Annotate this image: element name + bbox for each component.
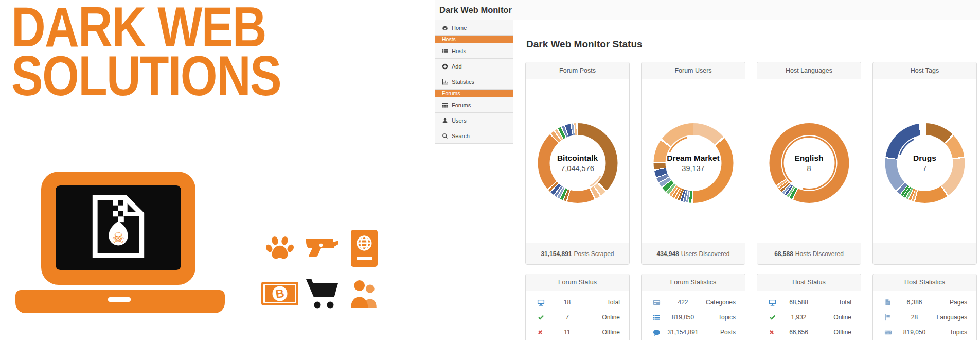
donut-center-text: English8 — [769, 123, 849, 203]
stat-rows: 18Total7Online11Offline — [526, 295, 629, 339]
panel-footer: 31,154,891Posts Scraped — [526, 243, 629, 265]
laptop-notch — [108, 297, 131, 302]
stat-label: Offline — [585, 329, 622, 336]
hero-title: DARK WEB SOLUTIONS — [11, 2, 281, 100]
stat-value: 66,656 — [780, 329, 817, 336]
user-icon — [442, 117, 448, 124]
laptop-screen: ☠ — [56, 185, 181, 270]
stat-label: Online — [585, 314, 622, 321]
stat-row-languages: 28Languages — [880, 310, 970, 325]
laptop-body: ☠ — [41, 172, 195, 285]
check-icon — [764, 314, 780, 321]
stat-label: Offline — [817, 329, 854, 336]
status-panels-row: Forum Status18Total7Online11OfflineForum… — [525, 274, 977, 340]
panel-footer — [873, 243, 976, 265]
list-icon — [442, 48, 448, 54]
sidebar-item-search[interactable]: Search — [435, 128, 513, 144]
stat-row-posts: 31,154,891Posts — [648, 325, 738, 339]
donut-center-value: 39,137 — [682, 164, 704, 173]
sidebar-item-add[interactable]: Add — [435, 59, 513, 74]
donut-chart-area: Bitcointalk7,044,576 — [526, 79, 629, 243]
table-icon — [442, 102, 448, 108]
sidebar-item-statistics[interactable]: Statistics — [435, 74, 513, 90]
panel-footer: 68,588Hosts Discovered — [757, 243, 861, 265]
panel-title: Forum Posts — [526, 62, 629, 79]
stat-label: Pages — [933, 299, 970, 306]
stat-row-categories: 422Categories — [648, 295, 738, 310]
panel-host-tags: Host TagsDrugs7 — [872, 62, 977, 265]
main-content: Dark Web Monitor Status Forum PostsBitco… — [513, 20, 980, 340]
app-header: Dark Web Monitor — [435, 0, 980, 20]
goods-cell — [343, 227, 385, 272]
donut-center-label: Bitcointalk — [557, 154, 598, 163]
goods-cell — [259, 227, 301, 272]
panel-forum-statistics: Forum Statistics422Categories819,050Topi… — [641, 274, 745, 340]
zip-malware-document-icon: ☠ — [92, 195, 145, 261]
sidebar-section-hosts[interactable]: Hosts — [435, 36, 513, 43]
paw-icon — [265, 235, 294, 264]
goods-cell — [301, 272, 343, 317]
monitor-icon — [764, 299, 780, 307]
stat-value: 6,386 — [896, 299, 933, 306]
donut-center-text: Drugs7 — [885, 123, 965, 203]
stat-row-topics: 819,050Topics — [648, 310, 738, 325]
sidebar-section-label: Hosts — [442, 36, 456, 42]
panel-footer: 434,948Users Discovered — [642, 243, 745, 265]
stat-row-total: 18Total — [532, 295, 622, 310]
panel-title: Forum Statistics — [642, 274, 745, 291]
flag-icon — [880, 314, 896, 321]
stat-row-topics: 819,050Topics — [880, 325, 970, 339]
panel-title: Forum Status — [526, 274, 629, 291]
donut-chart-host-languages[interactable]: English8 — [769, 123, 849, 203]
stat-rows: 68,588Total1,932Online66,656Offline — [757, 295, 861, 339]
svg-text:☠: ☠ — [112, 230, 125, 246]
donut-center-value: 8 — [807, 164, 811, 173]
hero-title-line2: SOLUTIONS — [11, 51, 281, 100]
stat-value: 819,050 — [665, 314, 701, 321]
sidebar-item-users[interactable]: Users — [435, 113, 513, 128]
stat-label: Online — [817, 314, 854, 321]
panel-host-status: Host Status68,588Total1,932Online66,656O… — [757, 274, 861, 340]
sidebar-section-forums[interactable]: Forums — [435, 90, 513, 97]
panel-forum-posts: Forum PostsBitcointalk7,044,57631,154,89… — [525, 62, 630, 265]
stat-rows: 6,386Pages28Languages819,050Topics — [873, 295, 976, 339]
stat-label: Categories — [701, 299, 738, 306]
add-icon — [442, 63, 448, 70]
stat-label: Total — [585, 299, 622, 306]
stat-label: Posts — [701, 329, 738, 336]
stat-value: 18 — [549, 299, 585, 306]
page-title: Dark Web Monitor Status — [526, 39, 643, 50]
monitor-icon — [532, 299, 549, 307]
panel-forum-users: Forum UsersDream Market39,137434,948User… — [641, 62, 745, 265]
comment-icon — [648, 329, 665, 336]
cross-icon — [532, 329, 549, 335]
donut-chart-forum-users[interactable]: Dream Market39,137 — [653, 123, 733, 203]
sidebar-item-hosts[interactable]: Hosts — [435, 43, 513, 59]
cross-icon — [764, 329, 780, 335]
stat-label: Topics — [933, 329, 970, 336]
donut-chart-host-tags[interactable]: Drugs7 — [885, 123, 965, 203]
panel-footer-value: 31,154,891 — [541, 250, 572, 258]
stat-value: 422 — [665, 299, 701, 306]
statistics-icon — [442, 79, 448, 85]
stat-row-offline: 66,656Offline — [764, 325, 854, 339]
goods-cell: B — [259, 272, 301, 317]
stat-row-online: 1,932Online — [764, 310, 854, 325]
keyboard-icon — [880, 329, 896, 336]
page: DARK WEB SOLUTIONS ☠ — [0, 0, 980, 340]
donut-chart-area: English8 — [757, 79, 861, 243]
sidebar-item-label: Forums — [452, 102, 471, 108]
sidebar-item-label: Hosts — [452, 48, 466, 54]
sidebar-item-home[interactable]: Home — [435, 20, 513, 36]
donut-center-label: English — [795, 154, 824, 163]
panel-footer-label: Posts Scraped — [574, 250, 614, 258]
sidebar-item-forums[interactable]: Forums — [435, 97, 513, 113]
stat-value: 28 — [896, 314, 933, 321]
people-icon — [349, 280, 379, 310]
donut-center-text: Dream Market39,137 — [653, 123, 733, 203]
stat-label: Total — [817, 299, 854, 306]
stat-value: 7 — [549, 314, 585, 321]
donut-chart-forum-posts[interactable]: Bitcointalk7,044,576 — [538, 123, 617, 203]
panel-host-statistics: Host Statistics6,386Pages28Languages819,… — [872, 274, 977, 340]
stat-value: 1,932 — [780, 314, 817, 321]
